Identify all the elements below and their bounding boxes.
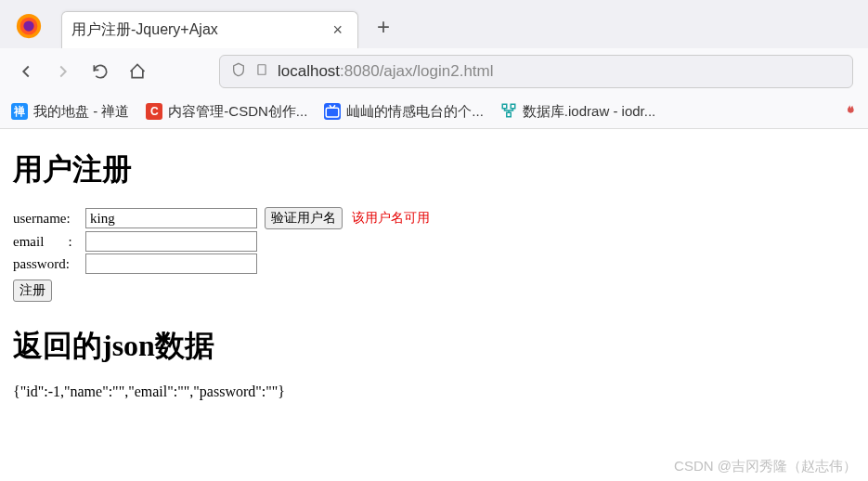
username-input[interactable] bbox=[85, 208, 257, 228]
email-input[interactable] bbox=[85, 231, 257, 252]
bookmark-item[interactable]: 禅 我的地盘 - 禅道 bbox=[11, 103, 129, 121]
validate-username-button[interactable]: 验证用户名 bbox=[265, 207, 343, 229]
page-content: 用户注册 username: 验证用户名 该用户名可用 email : pass… bbox=[0, 129, 868, 411]
json-output: {"id":-1,"name":"","email":"","password"… bbox=[13, 384, 855, 400]
tab-title: 用户注册-Jquery+Ajax bbox=[71, 20, 327, 40]
svg-rect-5 bbox=[502, 104, 507, 109]
new-tab-button[interactable]: + bbox=[366, 14, 401, 40]
svg-rect-7 bbox=[507, 112, 512, 117]
svg-rect-3 bbox=[258, 65, 266, 75]
bookmark-label: 屾屾的情感电台的个... bbox=[346, 103, 484, 121]
bookmark-icon: C bbox=[146, 103, 162, 120]
bookmark-item[interactable]: 屾屾的情感电台的个... bbox=[324, 103, 484, 121]
url-text: localhost:8080/ajax/login2.html bbox=[278, 62, 494, 81]
bookmark-label: 数据库.iodraw - iodr... bbox=[523, 103, 655, 121]
bookmark-label: 内容管理-CSDN创作... bbox=[168, 103, 307, 121]
flame-icon[interactable] bbox=[842, 101, 857, 123]
browser-tab[interactable]: 用户注册-Jquery+Ajax × bbox=[61, 11, 358, 48]
back-button[interactable] bbox=[15, 60, 37, 83]
bookmark-item[interactable]: C 内容管理-CSDN创作... bbox=[146, 103, 307, 121]
page-heading: 用户注册 bbox=[13, 150, 855, 190]
bookmark-item[interactable]: 数据库.iodraw - iodr... bbox=[500, 102, 655, 122]
password-label: password: bbox=[13, 256, 85, 272]
bilibili-icon bbox=[324, 103, 341, 120]
svg-rect-6 bbox=[511, 104, 515, 109]
iodraw-icon bbox=[500, 102, 517, 122]
bookmark-icon: 禅 bbox=[11, 103, 28, 120]
email-label: email : bbox=[13, 234, 85, 250]
password-input[interactable] bbox=[85, 254, 257, 274]
forward-button[interactable] bbox=[52, 60, 74, 83]
home-button[interactable] bbox=[126, 60, 149, 83]
reload-button[interactable] bbox=[89, 60, 111, 83]
svg-point-2 bbox=[23, 20, 33, 31]
shield-icon bbox=[231, 62, 246, 82]
watermark: CSDN @吉冈秀隆（赵志伟） bbox=[674, 458, 857, 475]
svg-rect-4 bbox=[327, 108, 340, 117]
page-icon bbox=[255, 62, 268, 81]
json-heading: 返回的json数据 bbox=[13, 326, 855, 367]
bookmarks-bar: 禅 我的地盘 - 禅道 C 内容管理-CSDN创作... 屾屾的情感电台的个..… bbox=[0, 95, 868, 128]
firefox-logo-icon bbox=[15, 12, 43, 40]
username-status-msg: 该用户名可用 bbox=[352, 210, 430, 227]
close-tab-icon[interactable]: × bbox=[327, 20, 348, 40]
url-bar[interactable]: localhost:8080/ajax/login2.html bbox=[219, 55, 853, 88]
register-button[interactable]: 注册 bbox=[13, 280, 52, 302]
username-label: username: bbox=[13, 211, 85, 227]
bookmark-label: 我的地盘 - 禅道 bbox=[33, 103, 129, 121]
